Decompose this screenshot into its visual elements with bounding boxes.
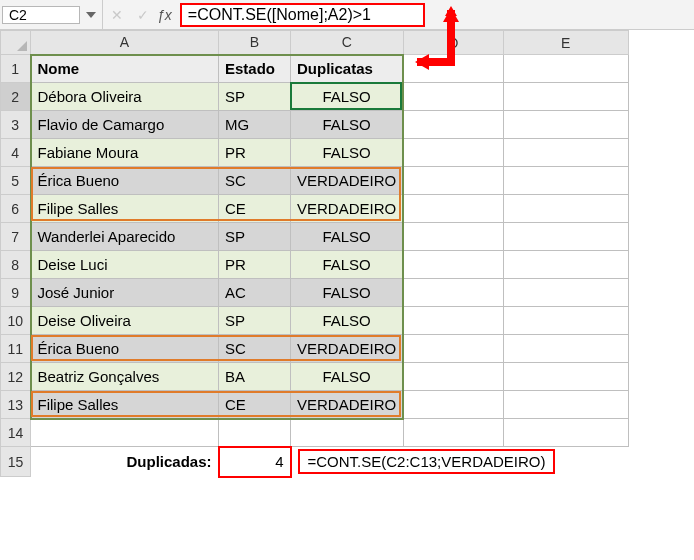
row-header[interactable]: 10 <box>1 307 31 335</box>
cell-nome[interactable]: José Junior <box>31 279 219 307</box>
row-header[interactable]: 3 <box>1 111 31 139</box>
cell-empty[interactable] <box>503 391 628 419</box>
cell-estado[interactable]: CE <box>219 391 291 419</box>
cell-duplicatas[interactable]: VERDADEIRO <box>291 167 404 195</box>
cell-empty[interactable] <box>403 83 503 111</box>
cell-empty[interactable] <box>403 139 503 167</box>
cell-empty[interactable] <box>503 139 628 167</box>
cell-empty[interactable] <box>291 419 404 447</box>
col-header[interactable]: C <box>291 31 404 55</box>
cell-empty[interactable] <box>503 419 628 447</box>
col-header[interactable]: A <box>31 31 219 55</box>
cell-duplicatas[interactable]: FALSO <box>291 307 404 335</box>
cell-estado[interactable]: SP <box>219 83 291 111</box>
cell-empty[interactable] <box>503 251 628 279</box>
row-header[interactable]: 13 <box>1 391 31 419</box>
cell-estado[interactable]: PR <box>219 251 291 279</box>
cell-nome[interactable]: Deise Luci <box>31 251 219 279</box>
cell-empty[interactable] <box>503 167 628 195</box>
cell-duplicatas[interactable]: VERDADEIRO <box>291 195 404 223</box>
cell-empty[interactable] <box>31 419 219 447</box>
spreadsheet-grid[interactable]: A B C D E 1 Nome Estado Duplicatas 2Débo… <box>0 30 629 478</box>
row-header[interactable]: 1 <box>1 55 31 83</box>
cell-empty[interactable] <box>503 335 628 363</box>
cell-empty[interactable] <box>403 111 503 139</box>
col-header[interactable]: E <box>503 31 628 55</box>
cell-duplicatas[interactable]: FALSO <box>291 139 404 167</box>
row-header[interactable]: 6 <box>1 195 31 223</box>
row-header[interactable]: 2 <box>1 83 31 111</box>
cell-empty[interactable] <box>403 167 503 195</box>
table-row: 4Fabiane MouraPRFALSO <box>1 139 629 167</box>
table-header-nome[interactable]: Nome <box>31 55 219 83</box>
cell-empty[interactable] <box>503 223 628 251</box>
cell-estado[interactable]: SC <box>219 335 291 363</box>
formula-input[interactable]: =CONT.SE([Nome];A2)>1 <box>176 0 694 29</box>
cell-empty[interactable] <box>403 251 503 279</box>
cell-nome[interactable]: Débora Oliveira <box>31 83 219 111</box>
cell-duplicatas[interactable]: FALSO <box>291 83 404 111</box>
table-header-duplicatas[interactable]: Duplicatas <box>291 55 404 83</box>
cell-nome[interactable]: Deise Oliveira <box>31 307 219 335</box>
row-header[interactable]: 5 <box>1 167 31 195</box>
cell-nome[interactable]: Filipe Salles <box>31 391 219 419</box>
cell-nome[interactable]: Fabiane Moura <box>31 139 219 167</box>
cell-duplicatas[interactable]: FALSO <box>291 223 404 251</box>
cell-nome[interactable]: Beatriz Gonçalves <box>31 363 219 391</box>
cell-estado[interactable]: SC <box>219 167 291 195</box>
cell-empty[interactable] <box>403 307 503 335</box>
cell-nome[interactable]: Wanderlei Aparecido <box>31 223 219 251</box>
cell-nome[interactable]: Flavio de Camargo <box>31 111 219 139</box>
cell-empty[interactable] <box>403 195 503 223</box>
row-header[interactable]: 11 <box>1 335 31 363</box>
cell-duplicatas[interactable]: VERDADEIRO <box>291 335 404 363</box>
cell-nome[interactable]: Érica Bueno <box>31 167 219 195</box>
duplicates-formula-cell[interactable]: =CONT.SE(C2:C13;VERDADEIRO) <box>291 447 629 477</box>
cell-empty[interactable] <box>503 195 628 223</box>
cell-estado[interactable]: SP <box>219 307 291 335</box>
fx-icon[interactable]: ƒx <box>157 0 176 29</box>
cell-empty[interactable] <box>503 307 628 335</box>
cell-estado[interactable]: MG <box>219 111 291 139</box>
cell-duplicatas[interactable]: FALSO <box>291 363 404 391</box>
row-header[interactable]: 14 <box>1 419 31 447</box>
cell-estado[interactable]: BA <box>219 363 291 391</box>
cell-empty[interactable] <box>503 279 628 307</box>
cell-empty[interactable] <box>503 83 628 111</box>
row-header[interactable]: 15 <box>1 447 31 477</box>
cell-duplicatas[interactable]: VERDADEIRO <box>291 391 404 419</box>
cell-estado[interactable]: CE <box>219 195 291 223</box>
cell-estado[interactable]: SP <box>219 223 291 251</box>
row-header[interactable]: 7 <box>1 223 31 251</box>
cell-duplicatas[interactable]: FALSO <box>291 251 404 279</box>
cell-empty[interactable] <box>403 335 503 363</box>
cell-empty[interactable] <box>403 391 503 419</box>
cell-estado[interactable]: AC <box>219 279 291 307</box>
cell-empty[interactable] <box>403 55 503 83</box>
cell-nome[interactable]: Érica Bueno <box>31 335 219 363</box>
name-box[interactable]: C2 <box>2 6 80 24</box>
cell-empty[interactable] <box>403 279 503 307</box>
cell-empty[interactable] <box>403 223 503 251</box>
duplicates-label[interactable]: Duplicadas: <box>31 447 219 477</box>
cell-empty[interactable] <box>219 419 291 447</box>
cell-estado[interactable]: PR <box>219 139 291 167</box>
chevron-down-icon[interactable] <box>86 12 96 18</box>
cell-empty[interactable] <box>403 363 503 391</box>
cell-empty[interactable] <box>503 363 628 391</box>
select-all-cell[interactable] <box>1 31 31 55</box>
cell-duplicatas[interactable]: FALSO <box>291 111 404 139</box>
col-header[interactable]: B <box>219 31 291 55</box>
cell-empty[interactable] <box>503 55 628 83</box>
cell-nome[interactable]: Filipe Salles <box>31 195 219 223</box>
cell-duplicatas[interactable]: FALSO <box>291 279 404 307</box>
col-header[interactable]: D <box>403 31 503 55</box>
duplicates-count[interactable]: 4 <box>219 447 291 477</box>
row-header[interactable]: 12 <box>1 363 31 391</box>
row-header[interactable]: 9 <box>1 279 31 307</box>
cell-empty[interactable] <box>403 419 503 447</box>
row-header[interactable]: 4 <box>1 139 31 167</box>
cell-empty[interactable] <box>503 111 628 139</box>
row-header[interactable]: 8 <box>1 251 31 279</box>
table-header-estado[interactable]: Estado <box>219 55 291 83</box>
